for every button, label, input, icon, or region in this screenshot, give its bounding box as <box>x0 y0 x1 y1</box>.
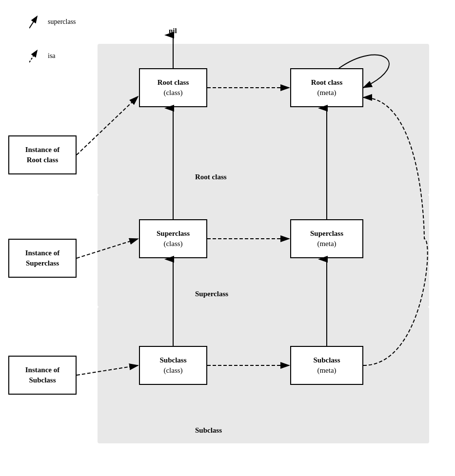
svg-line-0 <box>29 17 37 28</box>
root-region-label: Root class <box>195 173 227 181</box>
legend-superclass: superclass <box>29 15 76 29</box>
diagram-container: superclass isa Root class Superclass Sub… <box>0 0 455 476</box>
superclass-label: superclass <box>48 18 76 26</box>
svg-line-1 <box>29 51 37 62</box>
subclass-region-label: Subclass <box>195 426 222 435</box>
nil-label: nil <box>169 27 177 35</box>
instance-root-box: Instance of Root class <box>8 135 77 174</box>
instance-subclass-box: Instance of Subclass <box>8 356 77 395</box>
root-class-box: Root class (class) <box>139 68 207 107</box>
subclass-meta-box: Subclass (meta) <box>290 346 363 385</box>
superclass-region-label: Superclass <box>195 290 228 298</box>
root-meta-box: Root class (meta) <box>290 68 363 107</box>
superclass-meta-box: Superclass (meta) <box>290 219 363 258</box>
subclass-class-box: Subclass (class) <box>139 346 207 385</box>
superclass-class-box: Superclass (class) <box>139 219 207 258</box>
root-region <box>98 44 429 195</box>
legend-isa: isa <box>29 49 56 63</box>
isa-label: isa <box>48 52 56 60</box>
instance-superclass-box: Instance of Superclass <box>8 239 77 278</box>
